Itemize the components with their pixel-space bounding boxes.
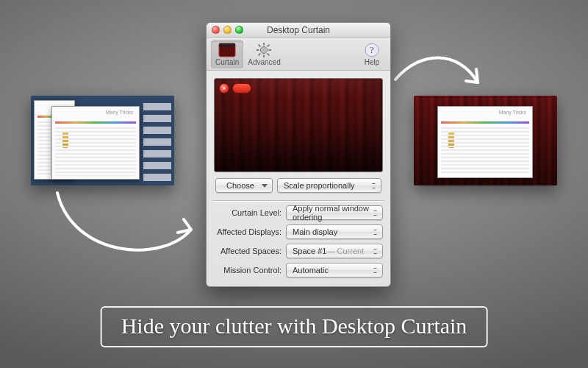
tab-curtain[interactable]: Curtain	[211, 40, 243, 68]
titlebar: Desktop Curtain	[207, 23, 390, 38]
svg-text:?: ?	[370, 44, 374, 55]
before-screenshot: Many Tricks	[31, 96, 174, 185]
tab-advanced[interactable]: Advanced	[243, 40, 284, 68]
after-screenshot: Many Tricks	[414, 96, 557, 185]
affected-spaces-value: Space #1	[293, 247, 326, 255]
gear-icon	[254, 42, 273, 58]
help-icon: ?	[362, 42, 381, 58]
zoom-icon[interactable]	[235, 26, 243, 34]
svg-line-8	[268, 54, 270, 56]
curtain-icon	[218, 42, 237, 58]
brand-text: Many Tricks	[499, 110, 526, 115]
curtain-level-value: Apply normal window ordering	[293, 204, 369, 222]
help-label: Help	[365, 58, 380, 66]
svg-rect-1	[219, 43, 235, 46]
affected-displays-value: Main display	[293, 227, 337, 236]
svg-line-10	[259, 54, 261, 56]
tab-advanced-label: Advanced	[248, 58, 280, 66]
affected-spaces-label: Affected Spaces:	[214, 247, 282, 255]
curtain-preview[interactable]: ×	[214, 78, 383, 172]
mission-control-label: Mission Control:	[214, 266, 282, 275]
mission-control-popup[interactable]: Automatic	[286, 263, 383, 277]
preview-close-icon[interactable]: ×	[219, 83, 229, 93]
separator	[212, 200, 384, 201]
prefs-window: Desktop Curtain Curtain Advanced ? Help …	[206, 22, 391, 287]
choose-button[interactable]: Choose	[215, 178, 273, 193]
svg-point-2	[261, 46, 268, 53]
marketing-caption: Hide your clutter with Desktop Curtain	[101, 306, 488, 347]
minimize-icon[interactable]	[223, 26, 232, 34]
arrow-before-to-prefs	[44, 184, 206, 272]
window-title: Desktop Curtain	[267, 25, 330, 35]
oscar-graphic	[62, 132, 68, 148]
browser-mini-window: Many Tricks	[437, 106, 533, 178]
brand-text: Many Tricks	[106, 110, 133, 115]
browser-mini-window: Many Tricks	[51, 106, 140, 180]
affected-spaces-popup[interactable]: Space #1 — Current	[286, 244, 383, 258]
preview-record-icon[interactable]	[232, 83, 251, 93]
svg-line-9	[268, 45, 270, 47]
affected-displays-label: Affected Displays:	[214, 227, 282, 236]
toolbar: Curtain Advanced ? Help	[207, 38, 390, 71]
curtain-level-popup[interactable]: Apply normal window ordering	[286, 205, 383, 220]
affected-spaces-suffix: — Current	[326, 247, 364, 255]
svg-line-7	[259, 45, 261, 47]
scale-mode-popup[interactable]: Scale proportionally	[277, 178, 381, 193]
close-icon[interactable]	[212, 26, 220, 34]
mission-control-value: Automatic	[293, 266, 329, 275]
curtain-level-label: Curtain Level:	[214, 208, 282, 217]
scale-mode-value: Scale proportionally	[284, 181, 355, 190]
oscar-graphic	[448, 132, 454, 148]
choose-button-label: Choose	[226, 181, 254, 190]
desktop-file-icons	[143, 100, 171, 181]
tab-curtain-label: Curtain	[215, 58, 239, 66]
help-button[interactable]: ? Help	[358, 40, 386, 68]
affected-displays-popup[interactable]: Main display	[286, 224, 383, 239]
